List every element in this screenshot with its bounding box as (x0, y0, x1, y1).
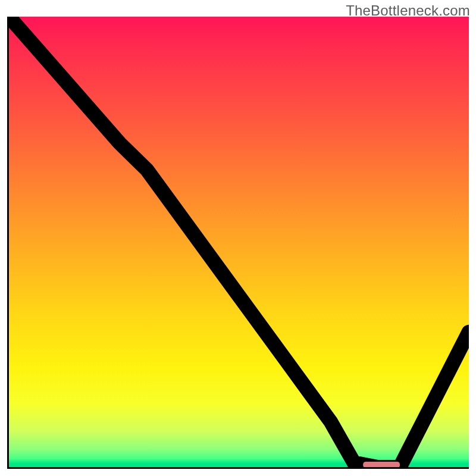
green-bottom-band (9, 459, 469, 467)
chart-container: TheBottleneck.com (0, 0, 476, 476)
plot-area (7, 17, 469, 469)
watermark-text: TheBottleneck.com (346, 2, 470, 19)
severity-gradient (9, 17, 469, 467)
